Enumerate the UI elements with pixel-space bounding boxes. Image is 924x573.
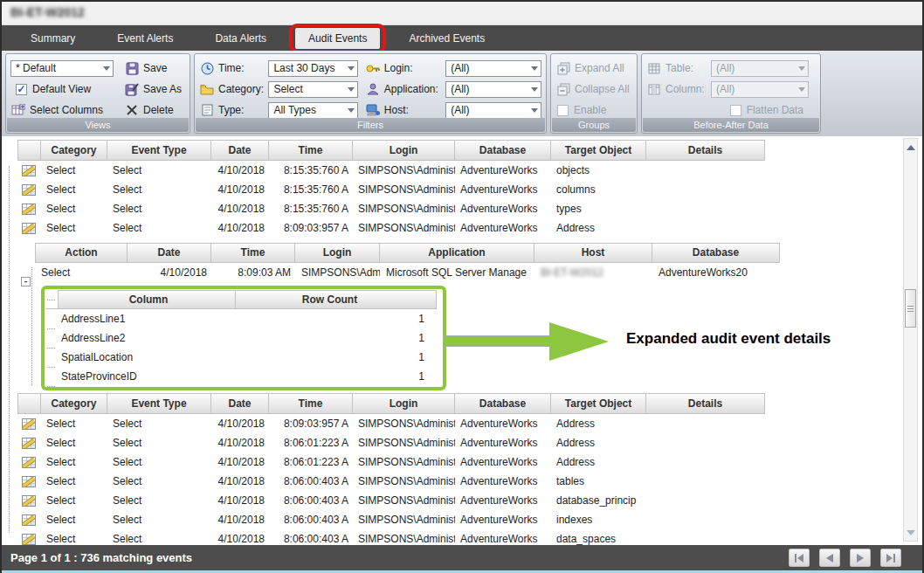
column-icon: [646, 82, 662, 96]
column-header-date[interactable]: Date: [211, 393, 269, 414]
cell-login: SIMPSONS\Administr: [353, 437, 455, 449]
scrollbar-thumb[interactable]: [905, 289, 916, 328]
column-header-category[interactable]: Category: [41, 140, 107, 161]
cell-event-type: Select: [107, 164, 211, 176]
tab-event-alerts[interactable]: Event Alerts: [104, 28, 186, 49]
column-header-time[interactable]: Time: [269, 140, 353, 161]
view-selector-dropdown[interactable]: * Default: [10, 60, 114, 77]
event-row[interactable]: Select Select 4/10/2018 8:06:00:403 A SI…: [2, 529, 922, 545]
green-arrow-icon: [443, 335, 549, 347]
column-header-event-type[interactable]: Event Type: [107, 393, 211, 414]
chevron-down-icon: [345, 82, 357, 97]
cell-event-type: Select: [107, 418, 211, 430]
save-as-button[interactable]: Save As: [124, 79, 183, 100]
scroll-up-icon[interactable]: [904, 141, 917, 154]
event-row[interactable]: + Select Select 4/10/2018 8:06:01:223 A …: [2, 433, 922, 452]
cell-column: AddressLine2: [58, 332, 236, 344]
cell-login: SIMPSONS\Administr: [353, 533, 455, 545]
cell-event-type: Select: [107, 183, 211, 196]
column-header-login[interactable]: Login: [295, 243, 380, 263]
login-filter-dropdown[interactable]: (All): [445, 60, 541, 77]
column-header-target-object[interactable]: Target Object: [551, 140, 646, 161]
column-header-column[interactable]: Column: [58, 290, 236, 309]
cell-database: AdventureWorks: [455, 183, 551, 196]
details-row[interactable]: AddressLine1 1: [45, 309, 442, 328]
ba-column-dropdown[interactable]: (All): [711, 81, 809, 98]
save-button[interactable]: Save: [124, 58, 183, 79]
column-header-database[interactable]: Database: [455, 393, 551, 414]
select-columns-label: Select Columns: [30, 104, 103, 116]
column-header-row-count[interactable]: Row Count: [236, 290, 437, 309]
expand-all-button[interactable]: Expand All: [555, 58, 632, 79]
tab-summary[interactable]: Summary: [17, 28, 88, 49]
application-filter-dropdown[interactable]: (All): [445, 81, 541, 98]
column-header-time[interactable]: Time: [211, 243, 295, 263]
details-row[interactable]: AddressLine2 1: [45, 328, 442, 348]
next-page-button[interactable]: [850, 549, 871, 567]
host-icon: [365, 103, 381, 117]
cell-row-count: 1: [236, 313, 437, 325]
column-header-details[interactable]: Details: [646, 393, 765, 414]
previous-page-button[interactable]: [819, 549, 840, 567]
tab-audit-events[interactable]: Audit Events: [295, 28, 380, 49]
column-header-details[interactable]: Details: [646, 140, 765, 161]
default-view-option[interactable]: Default View: [10, 79, 124, 100]
column-header-category[interactable]: Category: [41, 393, 107, 414]
first-page-button[interactable]: [789, 549, 810, 567]
folder-icon: [199, 82, 215, 96]
event-row[interactable]: Select Select 4/10/2018 8:09:03:957 A SI…: [2, 414, 922, 433]
tab-data-alerts[interactable]: Data Alerts: [202, 28, 279, 49]
column-header-host[interactable]: Host: [534, 243, 652, 263]
details-row[interactable]: SpatialLocation 1: [45, 348, 442, 367]
scroll-down-icon[interactable]: [904, 526, 917, 539]
details-row[interactable]: StateProvinceID 1: [45, 367, 442, 386]
flatten-data-checkbox[interactable]: [730, 105, 741, 116]
column-header-action[interactable]: Action: [35, 243, 128, 263]
event-row[interactable]: Select Select 4/10/2018 8:06:00:403 A SI…: [2, 491, 922, 510]
event-row[interactable]: - Select Select 4/10/2018 8:09:03:957 A …: [2, 218, 922, 238]
column-header-date[interactable]: Date: [128, 243, 211, 263]
row-expander[interactable]: -: [21, 277, 31, 286]
cell-time: 8:06:00:403 A: [269, 533, 353, 545]
green-arrow-head-icon: [549, 322, 609, 361]
type-filter-dropdown[interactable]: All Types: [268, 102, 357, 119]
ribbon-group-filters: Time: Last 30 Days Login: (All) Ca: [194, 53, 547, 134]
event-row[interactable]: Select Select 4/10/2018 8:06:01:223 A SI…: [2, 452, 922, 472]
time-filter-dropdown[interactable]: Last 30 Days: [268, 60, 357, 77]
nested-action-row[interactable]: - Select 4/10/2018 8:09:03 AM SIMPSONS\A…: [2, 263, 922, 282]
event-row-icon: [22, 418, 36, 430]
flatten-data-label: Flatten Data: [747, 104, 803, 116]
column-header-login[interactable]: Login: [353, 140, 455, 161]
column-header-application[interactable]: Application: [380, 243, 534, 263]
column-header-database[interactable]: Database: [455, 140, 551, 161]
cell-target-object: indexes: [551, 514, 646, 526]
save-label: Save: [143, 62, 167, 74]
event-row[interactable]: Select Select 4/10/2018 8:15:35:760 A SI…: [2, 199, 922, 218]
column-header-time[interactable]: Time: [269, 393, 353, 414]
event-row[interactable]: Select Select 4/10/2018 8:15:35:760 A SI…: [2, 180, 922, 199]
default-view-checkbox[interactable]: [16, 84, 27, 95]
cell-category: Select: [41, 494, 107, 507]
key-icon: [365, 61, 381, 75]
vertical-scrollbar[interactable]: [903, 138, 918, 542]
enable-grouping-checkbox[interactable]: [557, 105, 569, 116]
column-header-date[interactable]: Date: [211, 140, 269, 161]
ba-table-dropdown[interactable]: (All): [711, 60, 809, 77]
collapse-all-button[interactable]: Collapse All: [555, 79, 632, 100]
tab-archived-events[interactable]: Archived Events: [396, 28, 498, 49]
column-header-event-type[interactable]: Event Type: [107, 140, 211, 161]
window-title: BI-ET-W2012: [10, 5, 85, 19]
event-row[interactable]: Select Select 4/10/2018 8:06:00:403 A SI…: [2, 472, 922, 491]
column-header-target-object[interactable]: Target Object: [551, 393, 646, 414]
category-filter-dropdown[interactable]: Select: [268, 81, 357, 98]
column-header-login[interactable]: Login: [353, 393, 455, 414]
category-filter-label: Category:: [218, 83, 268, 95]
event-row[interactable]: Select Select 4/10/2018 8:06:00:403 A SI…: [2, 510, 922, 529]
event-row[interactable]: Select Select 4/10/2018 8:15:35:760 A SI…: [2, 161, 922, 180]
title-bar: BI-ET-W2012: [2, 2, 922, 25]
host-filter-dropdown[interactable]: (All): [445, 102, 541, 119]
ba-table-value: (All): [716, 62, 734, 74]
last-page-button[interactable]: [880, 549, 901, 567]
cell-database: AdventureWorks: [455, 514, 551, 526]
column-header-database[interactable]: Database: [652, 243, 780, 263]
